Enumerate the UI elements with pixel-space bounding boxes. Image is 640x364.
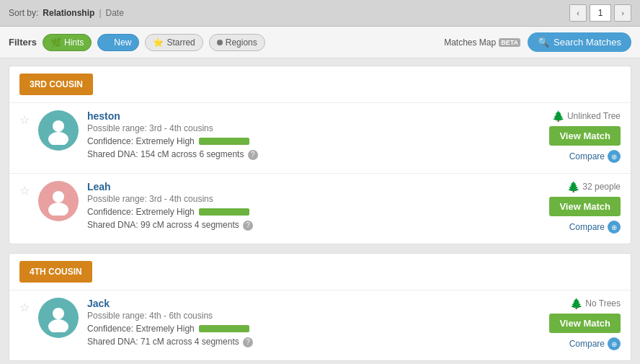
match-dna-jack: Shared DNA: 71 cM across 4 segments ? (87, 337, 541, 347)
dna-help-jack-icon[interactable]: ? (243, 337, 253, 347)
view-match-heston-button[interactable]: View Match (549, 126, 621, 146)
next-page-button[interactable]: › (614, 4, 631, 22)
new-label: New (114, 37, 131, 48)
match-item-leah: ☆ Leah Possible range: 3rd - 4th cousins… (9, 173, 631, 244)
compare-icon-jack: ⊕ (608, 337, 621, 350)
match-dna-heston: Shared DNA: 154 cM across 6 segments ? (87, 149, 541, 160)
search-matches-label: Search Matches (554, 37, 621, 48)
sort-date[interactable]: Date (106, 8, 124, 18)
confidence-label-leah: Confidence: Extremely High (87, 207, 195, 217)
compare-label-leah: Compare (569, 222, 605, 232)
match-right-jack: 🌲 No Trees View Match Compare ⊕ (549, 298, 621, 350)
compare-icon-heston: ⊕ (608, 150, 621, 163)
filter-left-group: Filters 🌿 Hints New ⭐ Starred Regions (9, 34, 265, 51)
view-match-leah-button[interactable]: View Match (549, 197, 621, 216)
beta-badge: BETA (499, 38, 520, 47)
filter-right-group: Matches Map BETA 🔍 Search Matches (444, 32, 631, 52)
star-leah-icon[interactable]: ☆ (19, 184, 30, 197)
match-info-jack: Jack Possible range: 4th - 6th cousins C… (87, 298, 541, 347)
sort-bar: Sort by: Relationship | Date ‹ 1 › (0, 0, 640, 27)
matches-map-button[interactable]: Matches Map BETA (444, 37, 520, 48)
compare-label-heston: Compare (569, 151, 605, 161)
match-right-leah: 🌲 32 people View Match Compare ⊕ (549, 181, 621, 234)
compare-jack[interactable]: Compare ⊕ (569, 337, 621, 350)
match-right-heston: 🌲 Unlinked Tree View Match Compare ⊕ (549, 110, 621, 163)
cousin-header-3rd: 3RD COUSIN (9, 66, 631, 102)
tree-info-leah: 🌲 32 people (567, 181, 621, 192)
svg-point-3 (48, 203, 68, 216)
compare-icon-leah: ⊕ (608, 221, 621, 234)
cousin-header-4th: 4TH COUSIN (9, 254, 631, 290)
matches-map-label: Matches Map (444, 37, 496, 48)
svg-point-4 (53, 308, 64, 319)
dna-help-leah-icon[interactable]: ? (243, 221, 253, 231)
sort-relationship[interactable]: Relationship (43, 8, 94, 18)
compare-label-jack: Compare (569, 339, 605, 349)
match-name-jack[interactable]: Jack (87, 298, 110, 309)
search-icon: 🔍 (538, 37, 549, 48)
tree-icon-leah: 🌲 (567, 181, 579, 192)
star-heston-icon[interactable]: ☆ (19, 113, 30, 127)
match-range-leah: Possible range: 3rd - 4th cousins (87, 194, 541, 204)
leaf-icon: 🌿 (50, 37, 61, 48)
star-icon: ⭐ (153, 37, 164, 48)
new-dot-icon (105, 40, 111, 45)
confidence-label-heston: Confidence: Extremely High (87, 136, 195, 146)
cousin-group-3rd: 3RD COUSIN ☆ heston Possible range: 3rd … (9, 66, 631, 244)
confidence-label-jack: Confidence: Extremely High (87, 324, 195, 334)
page-number: 1 (590, 4, 611, 22)
match-confidence-leah: Confidence: Extremely High (87, 207, 541, 217)
match-name-leah[interactable]: Leah (87, 181, 111, 192)
hints-label: Hints (64, 37, 84, 48)
match-range-jack: Possible range: 4th - 6th cousins (87, 311, 541, 321)
compare-heston[interactable]: Compare ⊕ (569, 150, 621, 163)
tree-info-heston: 🌲 Unlinked Tree (552, 110, 621, 122)
tree-icon-heston: 🌲 (552, 110, 564, 122)
pagination: ‹ 1 › (569, 4, 631, 22)
filter-bar: Filters 🌿 Hints New ⭐ Starred Regions Ma… (0, 27, 640, 58)
regions-dot-icon (217, 40, 223, 45)
svg-point-2 (53, 191, 64, 203)
prev-page-button[interactable]: ‹ (569, 4, 587, 22)
match-item-heston: ☆ heston Possible range: 3rd - 4th cousi… (9, 102, 631, 173)
regions-filter-button[interactable]: Regions (209, 34, 265, 51)
confidence-bar-jack (199, 325, 249, 332)
confidence-bar-leah (199, 208, 249, 216)
cousin-group-4th: 4TH COUSIN ☆ Jack Possible range: 4th - … (9, 253, 631, 361)
view-match-jack-button[interactable]: View Match (549, 314, 621, 333)
avatar-jack (38, 298, 79, 338)
starred-filter-button[interactable]: ⭐ Starred (145, 34, 203, 51)
svg-point-5 (48, 319, 68, 332)
match-confidence-heston: Confidence: Extremely High (87, 136, 541, 146)
match-info-leah: Leah Possible range: 3rd - 4th cousins C… (87, 181, 541, 231)
tree-label-heston: Unlinked Tree (567, 111, 621, 121)
match-item-jack: ☆ Jack Possible range: 4th - 6th cousins… (9, 290, 631, 360)
sort-controls: Sort by: Relationship | Date (9, 8, 124, 18)
starred-label: Starred (166, 37, 195, 48)
star-jack-icon[interactable]: ☆ (19, 301, 30, 314)
regions-label: Regions (226, 37, 257, 48)
avatar-heston (38, 110, 79, 151)
svg-point-0 (53, 120, 64, 132)
main-content: 3RD COUSIN ☆ heston Possible range: 3rd … (0, 58, 640, 364)
search-matches-button[interactable]: 🔍 Search Matches (528, 32, 631, 52)
match-info-heston: heston Possible range: 3rd - 4th cousins… (87, 110, 541, 160)
tree-info-jack: 🌲 No Trees (570, 298, 621, 309)
tree-icon-jack: 🌲 (570, 298, 582, 309)
tree-label-jack: No Trees (585, 298, 621, 308)
match-name-heston[interactable]: heston (87, 110, 120, 122)
sort-separator: | (99, 8, 101, 18)
match-dna-leah: Shared DNA: 99 cM across 4 segments ? (87, 220, 541, 231)
confidence-bar-heston (199, 138, 249, 145)
hints-filter-button[interactable]: 🌿 Hints (43, 34, 92, 51)
match-range-heston: Possible range: 3rd - 4th cousins (87, 123, 541, 133)
compare-leah[interactable]: Compare ⊕ (569, 221, 621, 234)
new-filter-button[interactable]: New (97, 34, 139, 51)
sort-label: Sort by: (9, 8, 38, 18)
avatar-leah (38, 181, 79, 221)
dna-help-heston-icon[interactable]: ? (248, 150, 258, 160)
tree-label-leah: 32 people (582, 182, 621, 192)
svg-point-1 (48, 132, 68, 145)
filters-label: Filters (9, 37, 37, 48)
match-confidence-jack: Confidence: Extremely High (87, 324, 541, 334)
